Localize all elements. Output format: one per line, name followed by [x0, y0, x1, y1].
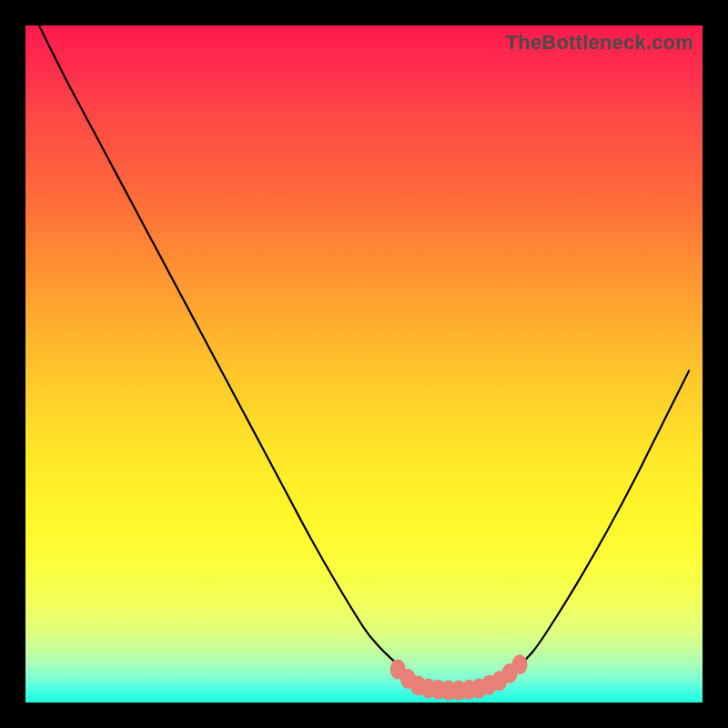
data-marker — [512, 654, 528, 674]
chart-svg — [25, 25, 703, 703]
chart-frame: TheBottleneck.com — [0, 0, 728, 728]
bottleneck-curve — [39, 25, 689, 691]
plot-area: TheBottleneck.com — [25, 25, 703, 703]
marker-group — [390, 654, 528, 700]
